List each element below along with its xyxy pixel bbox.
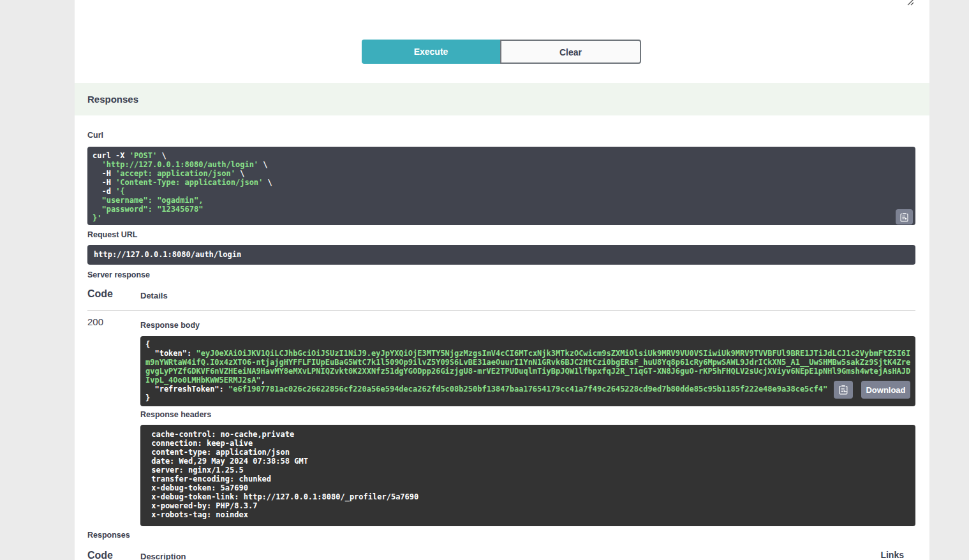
copy-curl-button[interactable] — [896, 209, 913, 225]
execute-clear-button-group: Execute Clear — [362, 40, 641, 64]
request-url-label: Request URL — [87, 230, 137, 239]
doc-description-column-header: Description — [140, 552, 186, 560]
execute-button[interactable]: Execute — [362, 40, 500, 64]
responses-section-header: Responses — [75, 83, 929, 115]
response-body-controls: Download — [834, 381, 910, 399]
clear-button[interactable]: Clear — [500, 40, 641, 64]
doc-code-column-header: Code — [87, 550, 113, 560]
resize-grip-icon[interactable] — [904, 0, 914, 6]
doc-links-column-header: Links — [880, 550, 904, 560]
operation-block-card: Execute Clear Responses Curl curl -X 'PO… — [75, 0, 929, 560]
copy-response-body-button[interactable] — [834, 381, 853, 399]
download-button[interactable]: Download — [861, 381, 910, 399]
doc-responses-label: Responses — [87, 531, 130, 540]
page-background: { "colors": { "accent_teal": "#3CAEBC", … — [0, 0, 969, 560]
response-headers-label: Response headers — [140, 410, 211, 419]
table-header-divider — [87, 310, 915, 311]
response-body-code-block: { "token": "eyJ0eXAiOiJKV1QiLCJhbGciOiJS… — [140, 336, 915, 406]
status-code: 200 — [87, 316, 103, 327]
clipboard-icon — [899, 212, 909, 222]
details-column-header: Details — [140, 291, 168, 300]
curl-code-block: curl -X 'POST' \ 'http://127.0.0.1:8080/… — [87, 147, 915, 225]
response-body-label: Response body — [140, 321, 200, 330]
responses-section-title: Responses — [87, 94, 138, 105]
curl-label: Curl — [87, 131, 103, 140]
request-url-value: http://127.0.0.1:8080/auth/login — [87, 245, 915, 265]
response-headers-block: cache-control: no-cache,private connecti… — [140, 425, 915, 526]
code-column-header: Code — [87, 288, 113, 300]
server-response-label: Server response — [87, 270, 150, 279]
clipboard-icon — [838, 385, 848, 395]
